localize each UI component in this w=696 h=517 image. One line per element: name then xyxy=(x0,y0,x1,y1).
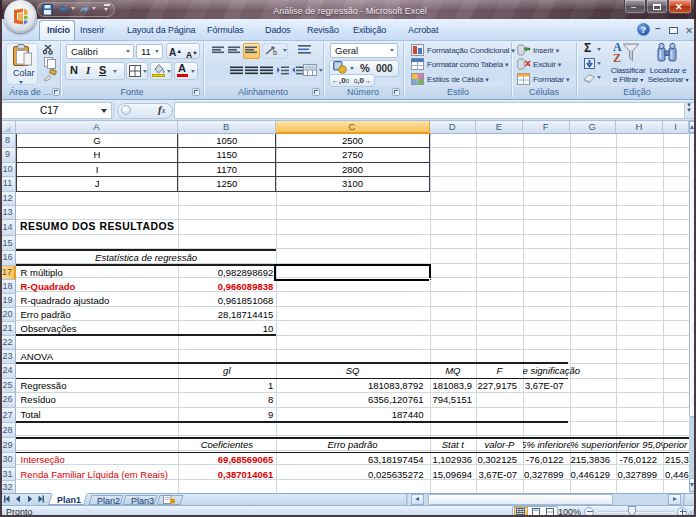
svg-text:b: b xyxy=(273,49,277,56)
